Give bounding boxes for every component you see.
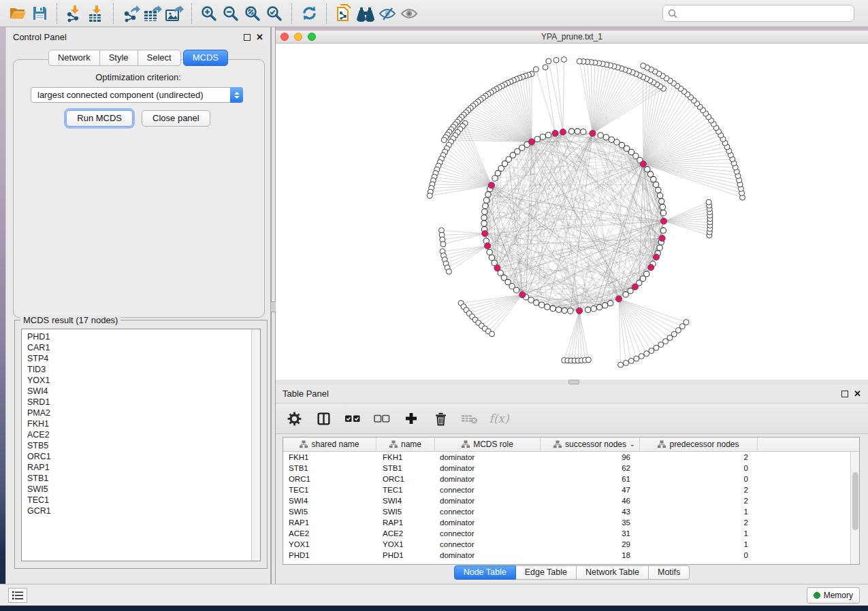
network-node[interactable] [603,135,609,140]
network-node[interactable] [534,300,539,306]
table-row[interactable]: FKH1FKH1dominator962 [283,452,850,463]
first-neighbors-button[interactable] [355,3,376,24]
create-column-button[interactable] [402,410,420,427]
mcds-result-item[interactable]: SRD1 [22,397,260,408]
network-node[interactable] [481,220,487,226]
leaf-node[interactable] [623,360,628,365]
mcds-hub-node[interactable] [488,182,494,188]
network-node[interactable] [598,133,603,138]
mcds-result-item[interactable]: CAR1 [22,342,260,353]
show-hide-columns-button[interactable] [315,410,332,427]
mcds-list-scrollbar[interactable] [251,329,260,561]
leaf-node[interactable] [634,356,639,361]
mcds-hub-node[interactable] [482,231,488,237]
deselect-all-button[interactable] [373,410,391,427]
zoom-selected-button[interactable] [263,3,285,24]
column-header[interactable]: predecessor nodes [640,437,758,451]
network-node[interactable] [585,307,590,312]
mcds-hub-node[interactable] [640,161,646,167]
network-node[interactable] [485,192,491,197]
leaf-node[interactable] [553,57,559,63]
show-panels-list-button[interactable] [8,588,27,603]
leaf-node[interactable] [561,56,566,62]
table-row[interactable]: SWI4SWI4dominator462 [283,495,850,506]
delete-table-button[interactable] [461,410,479,427]
mcds-result-item[interactable]: RAP1 [22,462,260,473]
table-row[interactable]: STB1STB1dominator620 [283,463,850,474]
mcds-result-item[interactable]: GCR1 [22,506,260,516]
mcds-result-item[interactable]: PMA2 [22,408,260,418]
search-box[interactable] [662,5,854,22]
leaf-node[interactable] [489,331,495,337]
mcds-hub-node[interactable] [590,130,596,136]
close-panel-button[interactable]: Close panel [142,110,210,127]
tab-motifs[interactable]: Motifs [649,565,690,580]
tab-style[interactable]: Style [100,50,138,66]
table-row[interactable]: TEC1TEC1connector472 [283,484,850,495]
export-network-button[interactable] [120,3,142,24]
network-node[interactable] [481,215,487,220]
export-image-button[interactable] [163,3,185,24]
network-node[interactable] [653,182,658,187]
mcds-hub-node[interactable] [648,264,654,270]
network-node[interactable] [591,306,596,312]
network-node[interactable] [651,176,656,182]
delete-columns-button[interactable] [432,410,449,427]
open-session-button[interactable] [7,3,29,24]
network-node[interactable] [489,254,494,260]
network-node[interactable] [568,308,573,314]
leaf-node[interactable] [649,348,654,354]
vertical-splitter[interactable] [271,27,276,584]
network-node[interactable] [550,306,556,311]
zoom-out-button[interactable] [220,3,242,24]
mcds-result-item[interactable]: TID3 [22,364,260,375]
tab-network[interactable]: Network [48,50,100,66]
save-session-button[interactable] [29,3,50,24]
network-node[interactable] [660,210,666,216]
network-node[interactable] [545,132,551,137]
mcds-hub-node[interactable] [632,284,638,290]
float-panel-icon[interactable] [244,34,251,41]
network-node[interactable] [607,300,613,306]
network-node[interactable] [482,209,487,214]
zoom-in-button[interactable] [198,3,220,24]
mcds-hub-node[interactable] [560,129,566,135]
network-node[interactable] [656,187,661,193]
mcds-result-item[interactable]: YOX1 [22,375,260,386]
mcds-hub-node[interactable] [653,254,659,260]
mcds-hub-node[interactable] [660,218,666,224]
table-row[interactable]: RAP1RAP1dominator352 [283,517,850,528]
table-scrollbar-thumb[interactable] [852,472,858,530]
table-row[interactable]: PHD1PHD1dominator180 [283,550,850,561]
mcds-hub-node[interactable] [552,130,558,136]
select-all-button[interactable] [344,410,361,427]
mcds-result-item[interactable]: STP4 [22,353,260,364]
network-window-titlebar[interactable]: YPA_prune.txt_1 [276,31,868,44]
mcds-hub-node[interactable] [485,243,491,249]
close-panel-icon[interactable]: ✕ [256,34,263,41]
function-builder-button[interactable]: f(x) [490,410,508,427]
leaf-node[interactable] [644,351,649,357]
network-node[interactable] [487,249,492,254]
mcds-result-item[interactable]: SWI5 [22,484,260,495]
network-node[interactable] [540,134,545,139]
tab-node-table[interactable]: Node Table [454,565,516,580]
show-all-button[interactable] [398,3,420,24]
network-canvas[interactable] [276,44,868,380]
network-node[interactable] [534,136,540,142]
network-node[interactable] [556,307,561,312]
new-network-from-selection-button[interactable] [333,3,355,24]
leaf-node[interactable] [533,67,539,72]
mcds-result-item[interactable]: ORC1 [22,451,260,462]
network-node[interactable] [644,271,649,276]
refresh-view-button[interactable] [298,3,320,24]
tab-network-table[interactable]: Network Table [577,565,649,580]
table-scrollbar[interactable] [850,452,859,564]
network-node[interactable] [562,308,567,313]
leaf-node[interactable] [641,63,646,69]
leaf-node[interactable] [427,193,432,199]
leaf-node[interactable] [546,59,551,64]
mcds-result-list[interactable]: PHD1CAR1STP4TID3YOX1SWI4SRD1PMA2FKH1ACE2… [21,329,261,561]
mcds-hub-node[interactable] [659,235,665,242]
network-node[interactable] [660,228,666,233]
